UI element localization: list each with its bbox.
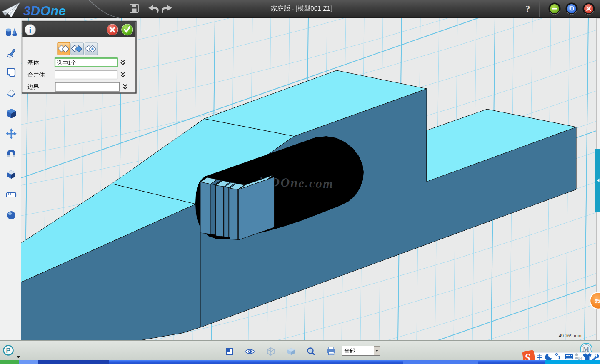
svg-text:M: M — [583, 346, 589, 353]
svg-text:?: ? — [525, 4, 530, 14]
svg-text:3DOne: 3DOne — [23, 4, 66, 18]
svg-text:49.269 mm: 49.269 mm — [559, 333, 582, 339]
svg-text:65: 65 — [595, 298, 600, 304]
svg-text:i: i — [29, 25, 32, 35]
svg-text:14: 14 — [578, 357, 582, 361]
svg-text:P: P — [6, 347, 11, 354]
